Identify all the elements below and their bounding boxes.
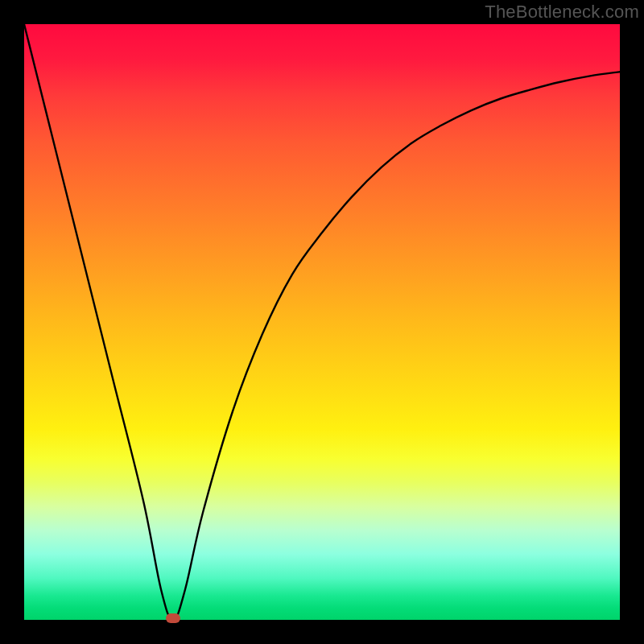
watermark-label: TheBottleneck.com: [485, 2, 639, 23]
bottleneck-curve: [24, 24, 620, 620]
chart-frame: TheBottleneck.com: [0, 0, 644, 644]
optimal-point-marker: [166, 613, 180, 623]
plot-area: [24, 24, 620, 620]
